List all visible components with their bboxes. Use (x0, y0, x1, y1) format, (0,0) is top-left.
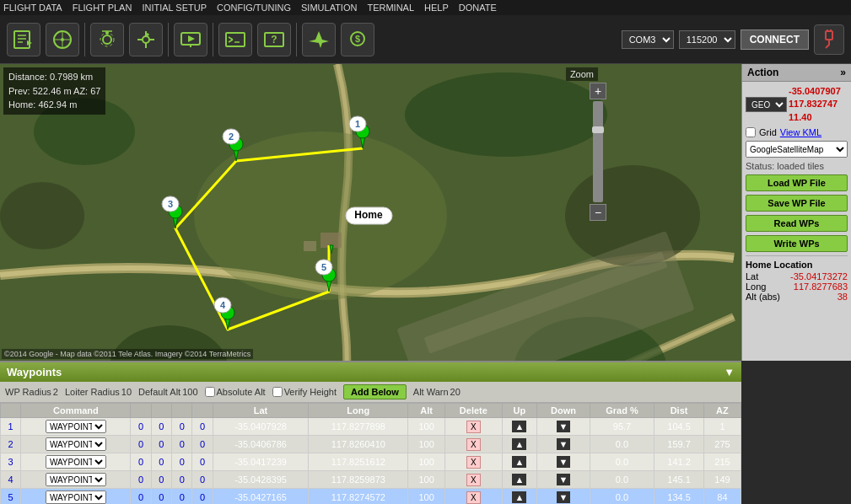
load-wp-file-button[interactable]: Load WP File (746, 174, 848, 191)
flight-plan-icon[interactable] (46, 23, 79, 56)
up-button-2[interactable]: ▲ (512, 456, 526, 468)
grid-label: Grid (759, 127, 777, 137)
up-button-4[interactable]: ▲ (512, 491, 526, 503)
delete-button-2[interactable]: X (466, 456, 481, 469)
terminal-icon[interactable] (218, 23, 252, 56)
table-row: 4 WAYPOINT LOITER_UNLIM LOITER_TURNS RET… (1, 471, 741, 489)
cmd-select-4[interactable]: WAYPOINT LOITER_UNLIM LOITER_TURNS RETUR… (46, 491, 106, 504)
help-icon[interactable]: ? (257, 23, 291, 56)
menu-initial-setup[interactable]: INITIAL SETUP (142, 3, 207, 13)
zoom-in-button[interactable]: + (590, 83, 606, 99)
menu-help[interactable]: HELP (424, 3, 449, 13)
grid-checkbox[interactable] (746, 127, 756, 137)
down-button-4[interactable]: ▼ (557, 491, 571, 503)
row-delete[interactable]: X (445, 418, 503, 436)
delete-button-1[interactable]: X (466, 438, 481, 451)
row-delete[interactable]: X (445, 436, 503, 453)
delete-button-0[interactable]: X (466, 421, 481, 433)
row-delete[interactable]: X (445, 489, 503, 505)
plane-icon[interactable] (302, 23, 336, 56)
row-cmd[interactable]: WAYPOINT LOITER_UNLIM LOITER_TURNS RETUR… (21, 489, 131, 505)
row-cmd[interactable]: WAYPOINT LOITER_UNLIM LOITER_TURNS RETUR… (21, 436, 131, 453)
row-lng: 117.8259873 (309, 471, 408, 489)
flight-data-icon[interactable] (7, 23, 40, 56)
read-wps-button[interactable]: Read WPs (746, 215, 848, 232)
add-below-button[interactable]: Add Below (343, 384, 407, 399)
row-down[interactable]: ▼ (537, 418, 590, 436)
zoom-track[interactable] (593, 101, 603, 202)
expand-icon[interactable]: » (840, 67, 846, 78)
col-p4 (192, 404, 213, 418)
row-cmd[interactable]: WAYPOINT LOITER_UNLIM LOITER_TURNS RETUR… (21, 418, 131, 436)
down-button-3[interactable]: ▼ (557, 474, 571, 485)
zoom-out-button[interactable]: − (590, 204, 606, 221)
port-select[interactable]: COM3 COM1 COM4 (622, 30, 674, 49)
up-button-3[interactable]: ▲ (512, 474, 526, 485)
cmd-select-3[interactable]: WAYPOINT LOITER_UNLIM LOITER_TURNS RETUR… (46, 473, 106, 486)
row-az: 275 (703, 436, 741, 453)
row-up[interactable]: ▲ (502, 436, 537, 453)
coord-type-select[interactable]: GEO DMS UTM (746, 97, 787, 112)
table-header-row: Command Lat Long Alt Delete Up Down Grad… (1, 404, 741, 418)
row-down[interactable]: ▼ (537, 489, 590, 505)
zoom-control[interactable]: + − (590, 83, 606, 221)
menu-config-tuning[interactable]: CONFIG/TUNING (217, 3, 291, 13)
row-up[interactable]: ▲ (502, 453, 537, 471)
menu-donate[interactable]: DONATE (459, 3, 497, 13)
donate-icon[interactable]: $ (341, 23, 374, 56)
down-button-2[interactable]: ▼ (557, 456, 571, 468)
zoom-thumb[interactable] (592, 126, 604, 133)
row-down[interactable]: ▼ (537, 471, 590, 489)
row-up[interactable]: ▲ (502, 471, 537, 489)
row-p4: 0 (192, 489, 213, 505)
row-up[interactable]: ▲ (502, 489, 537, 505)
coord-lat: -35.0407907 (789, 85, 841, 98)
row-p3: 0 (172, 418, 192, 436)
config-tuning-icon[interactable] (129, 23, 163, 56)
delete-button-3[interactable]: X (466, 474, 481, 486)
down-button-0[interactable]: ▼ (557, 421, 571, 432)
cmd-select-0[interactable]: WAYPOINT LOITER_UNLIM LOITER_TURNS RETUR… (46, 420, 106, 433)
row-cmd[interactable]: WAYPOINT LOITER_UNLIM LOITER_TURNS RETUR… (21, 471, 131, 489)
connect-button[interactable]: CONNECT (741, 29, 809, 50)
row-up[interactable]: ▲ (502, 418, 537, 436)
up-button-0[interactable]: ▲ (512, 421, 526, 432)
initial-setup-icon[interactable] (90, 23, 124, 56)
down-button-1[interactable]: ▼ (557, 438, 571, 450)
absolute-alt-checkbox[interactable] (205, 387, 215, 397)
row-p1: 0 (131, 436, 151, 453)
verify-height-checkbox[interactable] (272, 387, 283, 397)
simulation-icon[interactable] (174, 23, 207, 56)
row-delete[interactable]: X (445, 471, 503, 489)
map-container[interactable]: Home 1 2 3 4 5 (0, 64, 741, 361)
row-delete[interactable]: X (445, 453, 503, 471)
row-cmd[interactable]: WAYPOINT LOITER_UNLIM LOITER_TURNS RETUR… (21, 453, 131, 471)
write-wps-button[interactable]: Write WPs (746, 235, 848, 252)
toolbar-left: ? $ (7, 23, 374, 56)
baud-select[interactable]: 115200 57600 9600 (679, 30, 735, 49)
collapse-icon[interactable]: ▼ (724, 366, 735, 378)
row-grad: 0.0 (590, 436, 654, 453)
cmd-select-2[interactable]: WAYPOINT LOITER_UNLIM LOITER_TURNS RETUR… (46, 455, 106, 469)
save-wp-file-button[interactable]: Save WP File (746, 195, 848, 212)
view-kml-link[interactable]: View KML (780, 127, 821, 137)
cmd-select-1[interactable]: WAYPOINT LOITER_UNLIM LOITER_TURNS RETUR… (46, 437, 106, 451)
row-down[interactable]: ▼ (537, 453, 590, 471)
map-type-select[interactable]: GoogleSatelliteMap GoogleMap GoogleTerra… (746, 141, 848, 158)
separator-2 (168, 23, 169, 56)
menu-simulation[interactable]: SIMULATION (301, 3, 357, 13)
menu-flight-plan[interactable]: FLIGHT PLAN (73, 3, 132, 13)
up-button-1[interactable]: ▲ (512, 438, 526, 450)
row-az: 84 (703, 489, 741, 505)
col-up: Up (502, 404, 537, 418)
absolute-alt-label: Absolute Alt (217, 387, 266, 397)
plug-icon[interactable] (814, 24, 844, 55)
menu-terminal[interactable]: TERMINAL (367, 3, 414, 13)
delete-button-4[interactable]: X (466, 491, 481, 504)
map-background (0, 64, 741, 361)
menu-flight-data[interactable]: FLIGHT DATA (3, 3, 62, 13)
svg-text:?: ? (271, 34, 277, 46)
default-alt-val: 100 (182, 387, 197, 397)
row-down[interactable]: ▼ (537, 436, 590, 453)
svg-rect-0 (14, 31, 30, 48)
